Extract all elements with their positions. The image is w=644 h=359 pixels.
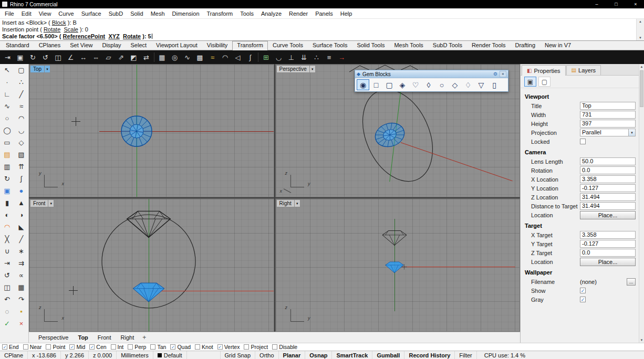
scroll-down-icon[interactable]: ▼	[640, 339, 643, 342]
z-location-field[interactable]: 31.494	[580, 193, 636, 201]
gray-checkbox[interactable]: ✓	[580, 297, 586, 302]
point-button[interactable]: ∙	[0, 76, 14, 88]
viewport-tab-perspective[interactable]: Perspective	[34, 332, 72, 343]
menu-transform[interactable]: Transform	[203, 8, 237, 19]
tab-mesh-tools[interactable]: Mesh Tools	[389, 41, 428, 50]
osnap-int-checkbox[interactable]	[111, 344, 116, 350]
viewport-tab-front[interactable]: Front	[94, 332, 116, 343]
viewport-right-title-menu[interactable]: Right ▾	[276, 199, 300, 207]
array-rectangular-button[interactable]: ▦	[156, 51, 168, 64]
rotate-button[interactable]: ↻	[27, 51, 39, 64]
scale-1d-button[interactable]: ↔	[77, 51, 89, 64]
osnap-knot-checkbox[interactable]	[195, 344, 200, 350]
conic-button[interactable]: ◡	[14, 124, 28, 136]
copy-button[interactable]: ▣	[14, 51, 26, 64]
menu-edit[interactable]: Edit	[18, 8, 35, 19]
menu-mesh[interactable]: Mesh	[147, 8, 169, 19]
gem-baguette-button[interactable]: ▯	[488, 79, 501, 90]
osnap-vertex-label[interactable]: Vertex	[224, 344, 240, 350]
gem-blocks-palette[interactable]: ◆ Gem Blocks ⚙ × ◉□▢◈♡◊○◇♢▽▯	[355, 70, 508, 92]
tab-transform[interactable]: Transform	[232, 41, 268, 50]
copy-tool-button[interactable]: ⇉	[14, 257, 28, 269]
polyline-button[interactable]: ∟	[0, 88, 14, 100]
rectangle-button[interactable]: ▭	[0, 136, 14, 149]
scroll-up-icon[interactable]: ▲	[640, 65, 643, 68]
move-button[interactable]: ⇥	[2, 51, 14, 64]
orient-on-surface-button[interactable]: ◩	[128, 51, 140, 64]
curve-button[interactable]: ∿	[0, 100, 14, 112]
osnap-perp-label[interactable]: Perp	[134, 344, 146, 350]
viewport-right[interactable]: Right ▾ z	[275, 198, 521, 332]
gem-trillion-button[interactable]: ▽	[475, 79, 487, 90]
gem-wireframe-right[interactable]	[382, 229, 407, 246]
status-units-pane[interactable]: Millimeters	[117, 351, 153, 359]
rotate-3d-button[interactable]: ↺	[39, 51, 51, 64]
smooth-button[interactable]: ◡	[273, 51, 285, 64]
toggle-ortho[interactable]: Ortho	[255, 351, 279, 359]
extrude-button[interactable]: ⇈	[14, 161, 28, 173]
box-button[interactable]: ▣	[0, 185, 14, 197]
lock-button[interactable]: ▪	[14, 305, 28, 318]
tab-subd-tools[interactable]: SubD Tools	[428, 41, 467, 50]
circle-button[interactable]: ○	[0, 112, 14, 124]
viewport-front-title-menu[interactable]: Front ▾	[30, 199, 54, 207]
tab-visibility[interactable]: Visibility	[202, 41, 233, 50]
chamfer-button[interactable]: ◣	[14, 221, 28, 233]
select-button[interactable]: ↖	[0, 64, 14, 76]
gem-marquise-button[interactable]: ◊	[422, 79, 435, 90]
command-prompt[interactable]: Scale factor <6.500> ( ReferencePoint XY…	[0, 33, 644, 40]
menu-panels[interactable]: Panels	[311, 8, 337, 19]
new-viewport-tab-button[interactable]: +	[139, 334, 149, 341]
menu-curve[interactable]: Curve	[55, 8, 77, 19]
pull-button[interactable]: ⇊	[298, 51, 310, 64]
menu-subd[interactable]: SubD	[105, 8, 127, 19]
tab-drafting[interactable]: Drafting	[511, 41, 541, 50]
menu-dimension[interactable]: Dimension	[169, 8, 203, 19]
remap-cplane-button[interactable]: ⇄	[140, 51, 152, 64]
osnap-project-checkbox[interactable]	[244, 344, 249, 350]
fillet-button[interactable]: ◠	[0, 221, 14, 233]
surface-corner-button[interactable]: ▧	[14, 149, 28, 161]
gem-princess-button[interactable]: □	[370, 79, 382, 90]
scale-button[interactable]: ∠	[65, 51, 77, 64]
menu-surface[interactable]: Surface	[78, 8, 105, 19]
projection-select[interactable]: Parallel▾	[580, 129, 636, 136]
delete-button[interactable]: ×	[14, 318, 28, 330]
chevron-down-icon[interactable]: ▾	[628, 129, 635, 136]
command-option-xyz[interactable]: XYZ	[108, 33, 119, 39]
z-target-field[interactable]: 0.0	[580, 249, 636, 257]
toggle-grid-snap[interactable]: Grid Snap	[221, 351, 256, 359]
osnap-disable-checkbox[interactable]	[272, 344, 277, 350]
browse-button[interactable]: ...	[627, 278, 636, 286]
command-option-rotate[interactable]: Rotate	[44, 26, 60, 33]
tab-set-view[interactable]: Set View	[65, 41, 97, 50]
cage-edit-button[interactable]: ⊞	[260, 51, 272, 64]
gem-wireframe-front[interactable]	[126, 209, 171, 239]
osnap-near-checkbox[interactable]	[23, 344, 28, 350]
explode-button[interactable]: ∗	[14, 245, 28, 257]
gem-blocks-titlebar[interactable]: ◆ Gem Blocks ⚙ ×	[355, 70, 508, 78]
shear-button[interactable]: ▱	[102, 51, 115, 64]
menu-analyze[interactable]: Analyze	[257, 8, 285, 19]
redo-button[interactable]: ↷	[14, 293, 28, 305]
menu-help[interactable]: Help	[337, 8, 356, 19]
tab-solid-tools[interactable]: Solid Tools	[352, 41, 389, 50]
set-points-button[interactable]: ∴	[310, 51, 323, 64]
toggle-smarttrack[interactable]: SmartTrack	[332, 351, 372, 359]
toggle-planar[interactable]: Planar	[279, 351, 306, 359]
cone-button[interactable]: ▲	[14, 197, 28, 209]
flow-along-curve-button[interactable]: ∫	[244, 51, 256, 64]
scrollbar-thumb[interactable]	[640, 70, 643, 107]
menu-tools[interactable]: Tools	[236, 8, 257, 19]
sphere-button[interactable]: ●	[14, 185, 28, 197]
taper-button[interactable]: ◁	[232, 51, 244, 64]
viewport-perspective-label[interactable]: Perspective	[277, 66, 309, 72]
check-geometry-button[interactable]: ✓	[0, 318, 14, 330]
osnap-tan-label[interactable]: Tan	[157, 344, 166, 350]
x-location-field[interactable]: 3.358	[580, 175, 636, 183]
height-field[interactable]: 397	[580, 120, 636, 128]
command-option-referencepoint[interactable]: ReferencePoint	[63, 33, 106, 39]
rotate-tool-button[interactable]: ↺	[0, 269, 14, 281]
viewport-perspective-title-menu[interactable]: Perspective ▾	[276, 65, 316, 73]
tab-select[interactable]: Select	[126, 41, 152, 50]
